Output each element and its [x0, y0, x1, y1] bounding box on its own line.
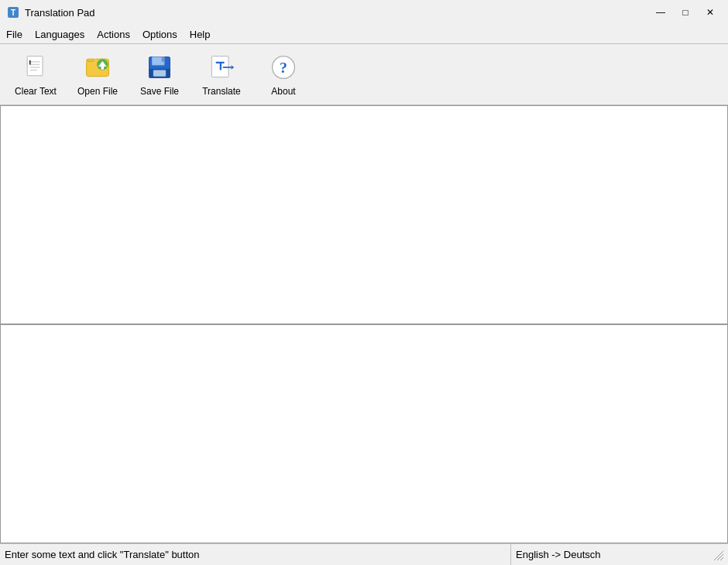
about-icon: ? — [268, 52, 299, 83]
title-bar: T Translation Pad — □ ✕ — [0, 0, 728, 25]
translated-text-wrapper — [0, 324, 728, 543]
source-text-input[interactable] — [1, 106, 727, 324]
clear-icon — [20, 52, 51, 83]
clear-text-label: Clear Text — [15, 86, 57, 97]
menu-options[interactable]: Options — [136, 27, 184, 42]
content-area — [0, 105, 728, 543]
toolbar: Clear Text Open File — [0, 43, 728, 105]
svg-rect-14 — [153, 70, 166, 77]
save-file-label: Save File — [140, 86, 179, 97]
open-file-label: Open File — [77, 86, 118, 97]
app-icon: T — [6, 5, 20, 19]
minimize-button[interactable]: — — [649, 5, 672, 20]
svg-line-23 — [717, 554, 723, 560]
translate-icon — [206, 52, 237, 83]
menu-languages[interactable]: Languages — [29, 27, 91, 42]
clear-text-button[interactable]: Clear Text — [5, 48, 67, 101]
svg-line-24 — [720, 557, 723, 560]
open-file-button[interactable]: Open File — [67, 48, 129, 101]
source-text-wrapper — [0, 105, 728, 324]
open-icon — [82, 52, 113, 83]
about-button[interactable]: ? About — [252, 48, 314, 101]
save-file-button[interactable]: Save File — [129, 48, 191, 101]
close-button[interactable]: ✕ — [699, 5, 722, 20]
menu-file[interactable]: File — [0, 27, 29, 42]
svg-text:?: ? — [280, 59, 287, 76]
title-bar-left: T Translation Pad — [6, 5, 95, 19]
language-pair-label: English -> Deutsch — [516, 549, 600, 560]
svg-marker-20 — [232, 65, 235, 69]
svg-rect-10 — [101, 66, 105, 70]
about-label: About — [271, 86, 295, 97]
svg-rect-15 — [162, 57, 165, 62]
svg-rect-2 — [27, 56, 43, 76]
svg-text:T: T — [11, 9, 15, 17]
translated-text-input[interactable] — [1, 325, 727, 543]
svg-rect-18 — [220, 63, 221, 70]
save-icon — [144, 52, 175, 83]
translate-label: Translate — [202, 86, 241, 97]
status-language: English -> Deutsch — [511, 544, 728, 565]
translate-button[interactable]: Translate — [191, 48, 252, 101]
title-bar-controls: — □ ✕ — [649, 5, 722, 20]
maximize-button[interactable]: □ — [674, 5, 697, 20]
window-title: Translation Pad — [25, 7, 95, 19]
menu-help[interactable]: Help — [184, 27, 217, 42]
resize-grip[interactable] — [713, 550, 723, 560]
status-hint: Enter some text and click "Translate" bu… — [0, 544, 511, 565]
status-bar: Enter some text and click "Translate" bu… — [0, 543, 728, 565]
menu-actions[interactable]: Actions — [91, 27, 136, 42]
menu-bar: File Languages Actions Options Help — [0, 25, 728, 43]
